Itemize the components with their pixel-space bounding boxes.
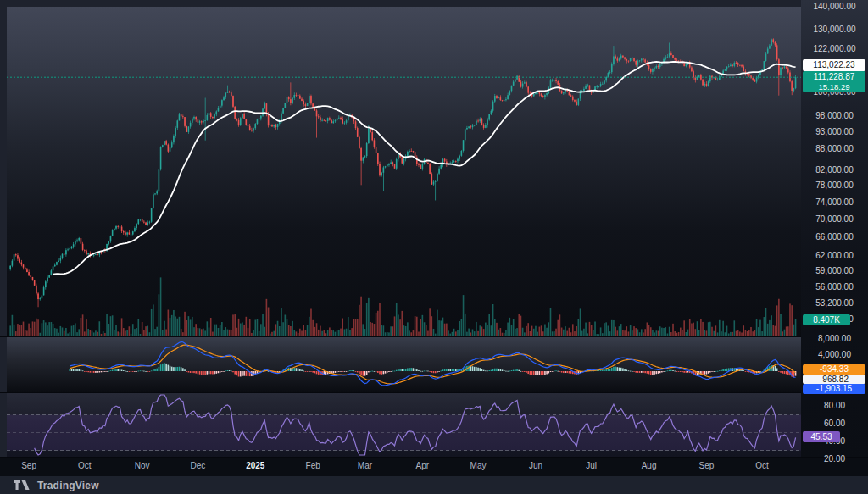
pane-separator[interactable] <box>0 392 868 393</box>
axis-label: 56,000.00 <box>801 282 868 292</box>
volume-value-badge: 8.407K <box>803 314 850 325</box>
time-axis-label: Feb <box>306 461 320 470</box>
time-axis-label: Aug <box>642 461 657 470</box>
axis-label: 88,000.00 <box>801 144 868 154</box>
axis-label: 82,000.00 <box>801 165 868 175</box>
time-axis-label: Sep <box>21 461 36 470</box>
price-pane <box>7 7 801 336</box>
axis-label: 93,000.00 <box>801 127 868 137</box>
axis-label: 4,000.00 <box>801 350 868 360</box>
axis-label: 80.00 <box>801 401 868 411</box>
axis-label: 70,000.00 <box>801 214 868 225</box>
axis-label: 74,000.00 <box>801 197 868 208</box>
ma-value-badge: 113,022.23 <box>803 59 865 71</box>
macd-line-badge: -1,903.15 <box>803 384 865 394</box>
last-price-value: 111,228.87 <box>803 71 865 82</box>
axis-label: 130,000.00 <box>801 25 868 35</box>
time-axis-label: Mar <box>358 461 372 470</box>
macd-histogram-badge: -968.82 <box>803 375 865 384</box>
time-axis-label: Oct <box>78 461 92 470</box>
axis-label: 59,000.00 <box>801 266 868 276</box>
tradingview-logo-icon[interactable] <box>14 480 31 490</box>
macd-pane <box>7 337 801 392</box>
macd-signal-badge: -934.33 <box>803 364 865 375</box>
tradingview-chart-window: 140,000.00130,000.00122,000.00106,000.00… <box>0 0 868 494</box>
axis-label: 98,000.00 <box>801 111 868 121</box>
rsi-pane <box>7 393 801 457</box>
last-price-badge: 111,228.87 15:18:29 <box>803 71 865 92</box>
time-axis-label: Oct <box>755 461 769 470</box>
axis-separator <box>0 457 868 458</box>
time-axis-label: Jul <box>586 461 597 470</box>
time-axis-label: Sep <box>699 461 715 470</box>
axis-label: 20.00 <box>801 454 868 464</box>
time-axis-label: 2025 <box>246 461 264 470</box>
time-axis-label: Nov <box>135 461 150 470</box>
bar-countdown: 15:18:29 <box>803 82 865 92</box>
pane-separator[interactable] <box>0 336 868 337</box>
axis-label: 122,000.00 <box>801 44 868 54</box>
axis-label: 140,000.00 <box>801 2 868 12</box>
rsi-value-badge: 45.53 <box>803 431 840 442</box>
axis-label: 8,000.00 <box>801 334 868 344</box>
footer-bar: TradingView <box>0 476 868 494</box>
time-axis-label: Dec <box>190 461 205 470</box>
axis-label: 53,200.00 <box>801 298 868 308</box>
time-axis[interactable]: SepOctNovDec2025FebMarAprMayJunJulAugSep… <box>0 457 868 476</box>
time-axis-label: May <box>470 461 487 470</box>
time-axis-label: Apr <box>416 461 430 470</box>
macd-chart-canvas[interactable] <box>7 337 801 392</box>
axis-label: 78,000.00 <box>801 180 868 191</box>
axis-label: 62,000.00 <box>801 251 868 261</box>
axis-label: 66,000.00 <box>801 232 868 242</box>
tradingview-brand-link[interactable]: TradingView <box>37 480 99 491</box>
time-axis-label: Jun <box>529 461 542 470</box>
candlestick-chart-canvas[interactable] <box>7 7 801 336</box>
rsi-chart-canvas[interactable] <box>7 393 801 457</box>
price-axis[interactable]: 140,000.00130,000.00122,000.00106,000.00… <box>801 0 868 457</box>
axis-label: 60.00 <box>801 419 868 429</box>
